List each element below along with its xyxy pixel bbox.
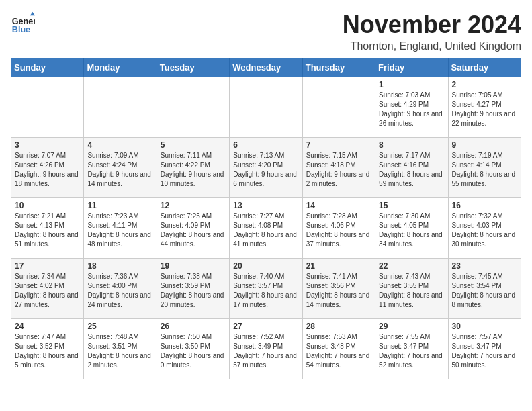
day-number: 23 xyxy=(452,261,517,271)
day-number: 9 xyxy=(452,140,517,150)
day-number: 2 xyxy=(452,80,517,89)
day-number: 17 xyxy=(15,261,80,271)
day-number: 26 xyxy=(161,322,226,331)
calendar-cell: 29Sunrise: 7:55 AMSunset: 3:47 PMDayligh… xyxy=(375,319,448,379)
calendar-cell: 18Sunrise: 7:36 AMSunset: 4:00 PMDayligh… xyxy=(84,259,157,319)
calendar-cell: 23Sunrise: 7:45 AMSunset: 3:54 PMDayligh… xyxy=(448,259,521,319)
day-info: Sunrise: 7:36 AMSunset: 4:00 PMDaylight:… xyxy=(87,272,152,310)
day-info: Sunrise: 7:50 AMSunset: 3:50 PMDaylight:… xyxy=(161,332,226,370)
title-block: November 2024 Thornton, England, United … xyxy=(343,11,521,52)
day-info: Sunrise: 7:23 AMSunset: 4:11 PMDaylight:… xyxy=(87,212,152,249)
calendar-cell: 7Sunrise: 7:15 AMSunset: 4:18 PMDaylight… xyxy=(302,138,375,198)
calendar-cell xyxy=(302,77,375,138)
day-info: Sunrise: 7:53 AMSunset: 3:48 PMDaylight:… xyxy=(306,332,371,370)
day-number: 1 xyxy=(379,80,444,89)
day-header-tuesday: Tuesday xyxy=(157,58,229,77)
calendar-cell: 12Sunrise: 7:25 AMSunset: 4:09 PMDayligh… xyxy=(157,198,229,259)
day-number: 28 xyxy=(306,322,371,331)
day-info: Sunrise: 7:15 AMSunset: 4:18 PMDaylight:… xyxy=(306,151,371,189)
day-info: Sunrise: 7:05 AMSunset: 4:27 PMDaylight:… xyxy=(452,91,517,128)
day-number: 8 xyxy=(379,140,444,150)
day-info: Sunrise: 7:25 AMSunset: 4:09 PMDaylight:… xyxy=(161,212,226,249)
calendar-cell: 26Sunrise: 7:50 AMSunset: 3:50 PMDayligh… xyxy=(157,319,229,379)
day-number: 15 xyxy=(379,201,444,210)
day-info: Sunrise: 7:28 AMSunset: 4:06 PMDaylight:… xyxy=(306,212,371,249)
day-info: Sunrise: 7:40 AMSunset: 3:57 PMDaylight:… xyxy=(233,272,298,310)
day-number: 19 xyxy=(161,261,226,271)
day-header-saturday: Saturday xyxy=(448,58,521,77)
calendar-cell: 20Sunrise: 7:40 AMSunset: 3:57 PMDayligh… xyxy=(230,259,302,319)
day-number: 7 xyxy=(306,140,371,150)
calendar-cell: 4Sunrise: 7:09 AMSunset: 4:24 PMDaylight… xyxy=(84,138,157,198)
calendar-cell: 6Sunrise: 7:13 AMSunset: 4:20 PMDaylight… xyxy=(230,138,302,198)
day-number: 30 xyxy=(452,322,517,331)
day-number: 16 xyxy=(452,201,517,210)
day-info: Sunrise: 7:45 AMSunset: 3:54 PMDaylight:… xyxy=(452,272,517,310)
day-info: Sunrise: 7:47 AMSunset: 3:52 PMDaylight:… xyxy=(15,332,80,370)
day-info: Sunrise: 7:32 AMSunset: 4:03 PMDaylight:… xyxy=(452,212,517,249)
day-info: Sunrise: 7:43 AMSunset: 3:55 PMDaylight:… xyxy=(379,272,444,310)
day-info: Sunrise: 7:52 AMSunset: 3:49 PMDaylight:… xyxy=(233,332,298,370)
calendar-cell: 10Sunrise: 7:21 AMSunset: 4:13 PMDayligh… xyxy=(11,198,84,259)
calendar-cell: 11Sunrise: 7:23 AMSunset: 4:11 PMDayligh… xyxy=(84,198,157,259)
calendar-cell: 9Sunrise: 7:19 AMSunset: 4:14 PMDaylight… xyxy=(448,138,521,198)
day-info: Sunrise: 7:17 AMSunset: 4:16 PMDaylight:… xyxy=(379,151,444,189)
location-title: Thornton, England, United Kingdom xyxy=(343,40,521,52)
day-info: Sunrise: 7:57 AMSunset: 3:47 PMDaylight:… xyxy=(452,332,517,370)
day-number: 11 xyxy=(87,201,152,210)
calendar-cell: 15Sunrise: 7:30 AMSunset: 4:05 PMDayligh… xyxy=(375,198,448,259)
day-header-friday: Friday xyxy=(375,58,448,77)
day-info: Sunrise: 7:55 AMSunset: 3:47 PMDaylight:… xyxy=(379,332,444,370)
day-header-sunday: Sunday xyxy=(11,58,84,77)
day-info: Sunrise: 7:07 AMSunset: 4:26 PMDaylight:… xyxy=(15,151,80,189)
calendar-cell: 14Sunrise: 7:28 AMSunset: 4:06 PMDayligh… xyxy=(302,198,375,259)
day-info: Sunrise: 7:03 AMSunset: 4:29 PMDaylight:… xyxy=(379,91,444,128)
day-info: Sunrise: 7:38 AMSunset: 3:59 PMDaylight:… xyxy=(161,272,226,310)
svg-marker-2 xyxy=(30,12,35,15)
day-number: 5 xyxy=(161,140,226,150)
day-number: 22 xyxy=(379,261,444,271)
calendar-cell: 5Sunrise: 7:11 AMSunset: 4:22 PMDaylight… xyxy=(157,138,229,198)
calendar-cell: 24Sunrise: 7:47 AMSunset: 3:52 PMDayligh… xyxy=(11,319,84,379)
day-number: 3 xyxy=(15,140,80,150)
day-info: Sunrise: 7:21 AMSunset: 4:13 PMDaylight:… xyxy=(15,212,80,249)
month-title: November 2024 xyxy=(343,11,521,39)
day-number: 21 xyxy=(306,261,371,271)
logo-icon: General Blue xyxy=(11,11,35,35)
calendar-cell: 27Sunrise: 7:52 AMSunset: 3:49 PMDayligh… xyxy=(230,319,302,379)
day-info: Sunrise: 7:27 AMSunset: 4:08 PMDaylight:… xyxy=(233,212,298,249)
day-header-thursday: Thursday xyxy=(302,58,375,77)
svg-text:Blue: Blue xyxy=(12,25,30,34)
day-number: 10 xyxy=(15,201,80,210)
calendar-cell: 16Sunrise: 7:32 AMSunset: 4:03 PMDayligh… xyxy=(448,198,521,259)
day-number: 25 xyxy=(87,322,152,331)
calendar-cell xyxy=(11,77,84,138)
calendar-cell xyxy=(157,77,229,138)
calendar-cell: 28Sunrise: 7:53 AMSunset: 3:48 PMDayligh… xyxy=(302,319,375,379)
day-number: 29 xyxy=(379,322,444,331)
calendar-cell: 13Sunrise: 7:27 AMSunset: 4:08 PMDayligh… xyxy=(230,198,302,259)
day-number: 18 xyxy=(87,261,152,271)
logo: General Blue xyxy=(11,11,35,35)
day-number: 20 xyxy=(233,261,298,271)
day-info: Sunrise: 7:48 AMSunset: 3:51 PMDaylight:… xyxy=(87,332,152,370)
day-info: Sunrise: 7:09 AMSunset: 4:24 PMDaylight:… xyxy=(87,151,152,189)
calendar-cell xyxy=(230,77,302,138)
calendar-cell: 30Sunrise: 7:57 AMSunset: 3:47 PMDayligh… xyxy=(448,319,521,379)
day-header-wednesday: Wednesday xyxy=(230,58,302,77)
day-info: Sunrise: 7:13 AMSunset: 4:20 PMDaylight:… xyxy=(233,151,298,189)
day-number: 24 xyxy=(15,322,80,331)
calendar: SundayMondayTuesdayWednesdayThursdayFrid… xyxy=(11,58,521,379)
calendar-cell: 1Sunrise: 7:03 AMSunset: 4:29 PMDaylight… xyxy=(375,77,448,138)
day-number: 12 xyxy=(161,201,226,210)
day-info: Sunrise: 7:19 AMSunset: 4:14 PMDaylight:… xyxy=(452,151,517,189)
day-info: Sunrise: 7:30 AMSunset: 4:05 PMDaylight:… xyxy=(379,212,444,249)
calendar-cell: 8Sunrise: 7:17 AMSunset: 4:16 PMDaylight… xyxy=(375,138,448,198)
day-number: 6 xyxy=(233,140,298,150)
day-info: Sunrise: 7:41 AMSunset: 3:56 PMDaylight:… xyxy=(306,272,371,310)
calendar-cell: 19Sunrise: 7:38 AMSunset: 3:59 PMDayligh… xyxy=(157,259,229,319)
calendar-cell: 17Sunrise: 7:34 AMSunset: 4:02 PMDayligh… xyxy=(11,259,84,319)
calendar-cell: 2Sunrise: 7:05 AMSunset: 4:27 PMDaylight… xyxy=(448,77,521,138)
calendar-cell xyxy=(84,77,157,138)
day-header-monday: Monday xyxy=(84,58,157,77)
